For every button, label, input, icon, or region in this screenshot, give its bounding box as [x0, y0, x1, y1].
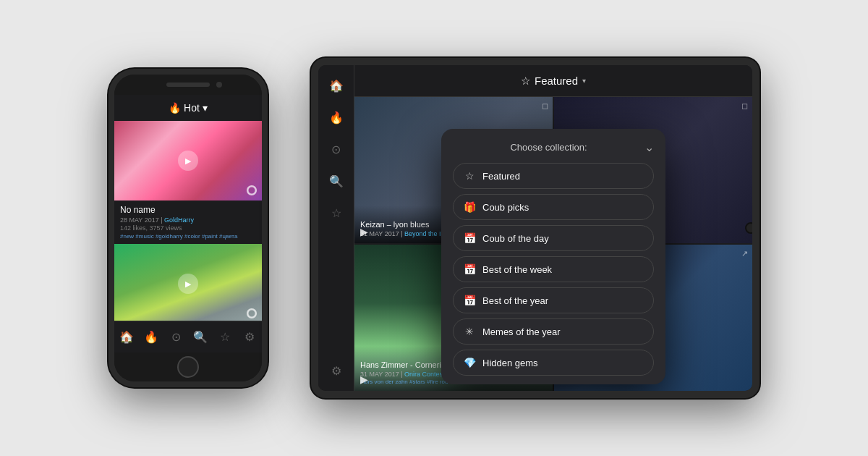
tablet-card-author-1[interactable]: Beyond the Im [404, 230, 446, 237]
tablet-camera [745, 222, 757, 234]
dropdown-label-memes-year: Memes of the year [482, 326, 561, 337]
dropdown-item-coub-day[interactable]: 📅 Coub of the day [453, 225, 654, 251]
phone-thumb-visual-2: ▶ [114, 244, 262, 321]
phone-device: 🔥 Hot ▾ ▶ No [109, 69, 268, 387]
phone-nav-hot[interactable]: 🔥 [140, 326, 162, 348]
tablet-sidebar-search[interactable]: 🔍 [323, 168, 349, 194]
phone-nav-favorites[interactable]: ☆ [214, 326, 236, 348]
tablet-sidebar-settings[interactable]: ⚙ [323, 358, 349, 384]
tablet-card-play-3[interactable]: ▶ [360, 373, 368, 385]
tablet-coub-flag-2: ◻ [741, 101, 748, 111]
phone-card-1[interactable]: ▶ No name 28 MAY 2017 | GoldHarry 142 li… [114, 121, 262, 244]
phone-nav-home[interactable]: 🏠 [116, 326, 137, 348]
play-button-1[interactable]: ▶ [178, 151, 198, 171]
tablet-sidebar-favorites[interactable]: ☆ [323, 200, 349, 226]
phone-feed: ▶ No name 28 MAY 2017 | GoldHarry 142 li… [114, 121, 262, 321]
coub-day-icon: 📅 [464, 232, 475, 244]
phone-card-thumb-2: ▶ [114, 244, 262, 321]
coub-logo-icon-2 [247, 308, 257, 318]
fire-icon: 🔥 [169, 102, 181, 114]
tablet-coub-flag-1: ◻ [542, 101, 548, 111]
tablet-title-chevron: ▾ [582, 77, 586, 85]
hidden-gems-icon: 💎 [464, 357, 475, 368]
phone-card-2[interactable]: ▶ Don't Worry Be Happy <3 [114, 244, 262, 321]
play-button-2[interactable]: ▶ [178, 274, 198, 294]
dropdown-item-coub-picks[interactable]: 🎁 Coub picks [453, 194, 654, 220]
phone-screen: 🔥 Hot ▾ ▶ No [114, 95, 262, 352]
phone-card-meta-1: 28 MAY 2017 | GoldHarry [120, 216, 256, 224]
tablet-feed: Keizan – lyon blues 31 MAY 2017 | Beyond… [354, 97, 752, 391]
phone-nav-explore[interactable]: ⊙ [165, 326, 187, 348]
phone-feed-title: Hot [184, 102, 200, 114]
dropdown-item-memes-year[interactable]: ✳ Memes of the year [453, 318, 654, 345]
phone-home-circle[interactable] [177, 356, 199, 378]
best-year-icon: 📅 [464, 295, 475, 306]
dropdown-item-best-week[interactable]: 📅 Best of the week [453, 256, 654, 282]
tablet-content: ☆ Featured ▾ Keizan – lyon blues 31 MAY … [354, 65, 752, 391]
collection-dropdown: Choose collection: ⌄ ☆ Featured 🎁 Coub p… [441, 129, 665, 384]
tablet-device: 🏠 🔥 ⊙ 🔍 ☆ ⚙ ☆ Featured ▾ Keizan [311, 58, 760, 398]
phone-card-tags-1: #new #music #goldharry #color #paint #цв… [120, 233, 256, 240]
phone-nav-search[interactable]: 🔍 [190, 326, 211, 348]
dropdown-header: Choose collection: ⌄ [453, 140, 654, 154]
phone-header: 🔥 Hot ▾ [114, 95, 262, 121]
phone-card-author-1[interactable]: GoldHarry [164, 216, 194, 224]
coub-flag-2 [246, 308, 258, 319]
tablet-sidebar-hot[interactable]: 🔥 [323, 104, 349, 130]
dropdown-label-featured: Featured [482, 171, 520, 182]
scene: 🔥 Hot ▾ ▶ No [0, 0, 868, 456]
dropdown-title: Choose collection: [453, 142, 644, 153]
phone-card-thumb-1: ▶ [114, 121, 262, 200]
phone-home-button-area [114, 352, 262, 381]
dropdown-item-hidden-gems[interactable]: 💎 Hidden gems [453, 350, 654, 376]
featured-icon: ☆ [464, 170, 475, 182]
phone-header-title[interactable]: 🔥 Hot ▾ [169, 102, 208, 114]
tablet-header-title[interactable]: ☆ Featured ▾ [521, 75, 586, 88]
tablet-sidebar: 🏠 🔥 ⊙ 🔍 ☆ ⚙ [318, 65, 354, 391]
memes-year-icon: ✳ [464, 326, 475, 337]
phone-card-stats-1: 142 likes, 3757 views [120, 224, 256, 232]
tablet-feed-title: Featured [535, 75, 578, 87]
dropdown-item-best-year[interactable]: 📅 Best of the year [453, 287, 654, 313]
coub-flag-1 [246, 185, 258, 196]
tablet-coub-flag-4: ↗ [741, 249, 748, 258]
phone-speaker [166, 83, 210, 87]
dropdown-label-coub-picks: Coub picks [482, 202, 529, 213]
tablet-header: ☆ Featured ▾ [354, 65, 752, 97]
dropdown-item-featured[interactable]: ☆ Featured [453, 163, 654, 189]
phone-nav-settings[interactable]: ⚙ [239, 326, 260, 348]
dropdown-close-icon[interactable]: ⌄ [644, 140, 654, 154]
phone-camera [216, 82, 222, 88]
phone-card-date-1: 28 MAY 2017 [120, 216, 159, 224]
tablet-sidebar-home[interactable]: 🏠 [323, 72, 349, 98]
phone-title-chevron: ▾ [203, 102, 208, 114]
phone-notch [114, 75, 262, 95]
phone-card-title-1: No name [120, 205, 256, 215]
dropdown-label-hidden-gems: Hidden gems [482, 358, 538, 368]
best-week-icon: 📅 [464, 263, 475, 275]
phone-thumb-visual-1: ▶ [114, 121, 262, 200]
dropdown-label-best-week: Best of the week [482, 264, 552, 275]
phone-card-info-1: No name 28 MAY 2017 | GoldHarry 142 like… [114, 200, 262, 244]
coub-logo-icon-1 [247, 185, 257, 195]
phone-bottom-nav: 🏠 🔥 ⊙ 🔍 ☆ ⚙ [114, 321, 262, 352]
dropdown-label-best-year: Best of the year [482, 295, 548, 306]
coub-picks-icon: 🎁 [464, 201, 475, 213]
tablet-card-play-1[interactable]: ▶ [360, 226, 368, 237]
tablet-sidebar-explore[interactable]: ⊙ [323, 136, 349, 162]
dropdown-label-coub-day: Coub of the day [482, 233, 549, 244]
star-icon: ☆ [521, 75, 530, 88]
